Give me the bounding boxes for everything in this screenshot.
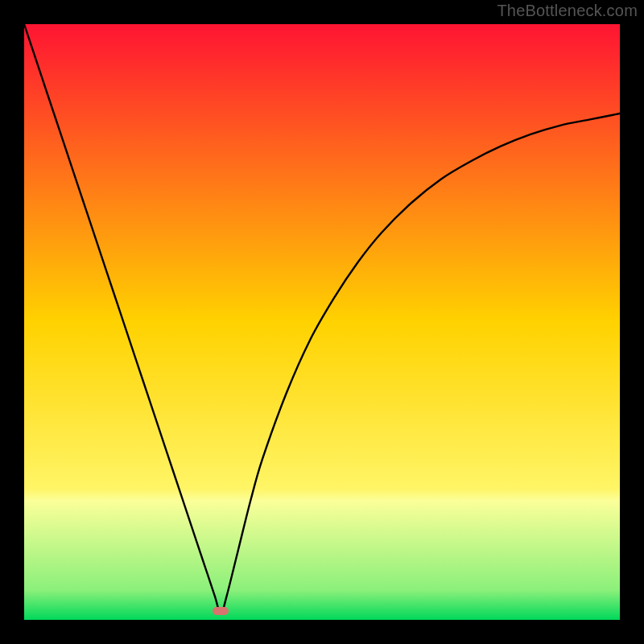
gradient-background — [24, 24, 620, 620]
plot-area — [24, 24, 620, 620]
watermark-text: TheBottleneck.com — [497, 2, 638, 20]
chart-svg — [24, 24, 620, 620]
minimum-marker — [213, 607, 229, 615]
chart-frame: TheBottleneck.com — [0, 0, 644, 644]
